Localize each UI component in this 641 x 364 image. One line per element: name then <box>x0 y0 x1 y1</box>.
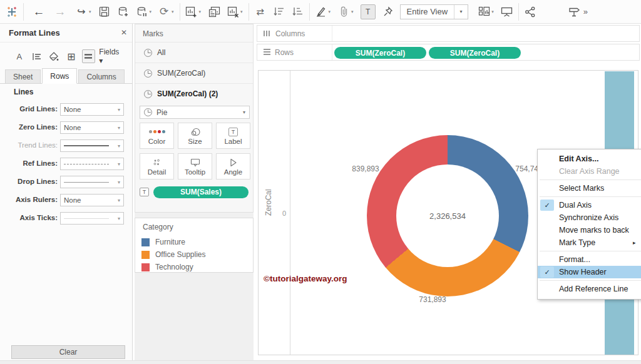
menu-item-edit-axis[interactable]: Edit Axis... <box>538 153 641 165</box>
shading-icon[interactable] <box>47 49 61 63</box>
axis-ticks-label: Axis Ticks: <box>0 214 58 221</box>
menu-item-move-marks-to-back[interactable]: Move marks to back <box>538 224 641 236</box>
ref-lines-dropdown[interactable]: ▾ <box>60 158 124 170</box>
pause-caret-icon[interactable]: ▾ <box>150 9 152 14</box>
refresh-icon[interactable]: ⟳ <box>157 4 171 20</box>
mark-type-dropdown[interactable]: Pie ▾ <box>140 106 250 119</box>
alignment-icon[interactable] <box>30 49 44 63</box>
close-icon[interactable]: ✕ <box>121 28 127 37</box>
submenu-arrow-icon: ▸ <box>633 236 636 249</box>
angle-button[interactable]: Angle <box>216 153 250 179</box>
marks-card-zerocal2[interactable]: SUM(ZeroCal) (2) <box>135 83 253 104</box>
menu-item-select-marks[interactable]: Select Marks <box>538 182 641 195</box>
axis-rulers-dropdown[interactable]: None ▾ <box>60 194 124 206</box>
menu-item-clear-axis-range: Clear Axis Range <box>538 165 641 178</box>
chevron-down-icon: ▾ <box>118 125 120 131</box>
grid-lines-dropdown[interactable]: None ▾ <box>60 103 124 116</box>
zero-lines-dropdown[interactable]: None ▾ <box>60 121 124 134</box>
technology-swatch <box>141 263 150 271</box>
show-mark-labels-icon[interactable]: T <box>361 4 376 19</box>
format-lines-panel: Format Lines ✕ A ⊞ Fields <box>0 24 133 364</box>
menu-item-dual-axis[interactable]: ✓ Dual Axis <box>538 199 641 211</box>
mark-type-value: Pie <box>156 108 167 117</box>
marks-card-zerocal-label: SUM(ZeroCal) <box>157 69 205 78</box>
checkmark-icon: ✓ <box>540 200 554 211</box>
tab-sheet[interactable]: Sheet <box>5 69 41 83</box>
columns-shelf[interactable]: Columns <box>257 25 640 42</box>
undo-redo-icon[interactable]: ↪ <box>74 4 88 20</box>
toolbar-separator <box>309 3 310 21</box>
share-icon[interactable] <box>523 4 537 20</box>
refresh-caret-icon[interactable]: ▾ <box>172 9 174 14</box>
menu-item-format[interactable]: Format... <box>538 253 641 266</box>
rows-pill-zerocal-2[interactable]: SUM(ZeroCal) <box>429 47 521 59</box>
legend-item-office-supplies[interactable]: Office Supplies <box>141 250 206 260</box>
fit-mode-caret-icon[interactable]: ▾ <box>454 5 468 19</box>
toolbar-overflow-icon[interactable]: » <box>583 7 588 16</box>
forward-icon[interactable]: → <box>53 4 67 20</box>
sort-descending-icon[interactable] <box>291 4 305 20</box>
lines-section-title: Lines <box>14 88 33 96</box>
menu-item-show-header[interactable]: ✓ Show Header <box>538 266 641 278</box>
new-worksheet-icon[interactable] <box>185 4 198 20</box>
pie-mark-icon <box>144 49 152 57</box>
rows-shelf[interactable]: Rows SUM(ZeroCal) SUM(ZeroCal) <box>257 44 640 61</box>
save-icon[interactable] <box>98 4 111 20</box>
borders-icon[interactable]: ⊞ <box>64 49 78 63</box>
lines-icon[interactable] <box>82 49 96 63</box>
office-supplies-swatch <box>141 251 150 259</box>
paperclip-caret-icon[interactable]: ▾ <box>351 9 354 14</box>
duplicate-sheet-icon[interactable] <box>207 4 221 20</box>
cards-caret-icon[interactable]: ▾ <box>491 9 494 14</box>
add-data-source-icon[interactable] <box>116 4 130 20</box>
legend-item-technology[interactable]: Technology <box>141 262 193 272</box>
tab-rows[interactable]: Rows <box>42 68 77 84</box>
new-worksheet-caret-icon[interactable]: ▾ <box>199 9 202 14</box>
highlight-caret-icon[interactable]: ▾ <box>329 9 331 14</box>
highlight-pen-icon[interactable] <box>314 4 328 20</box>
menu-item-synchronize-axis[interactable]: Synchronize Axis <box>538 211 641 224</box>
show-hide-cards-icon[interactable] <box>477 4 491 20</box>
category-legend: Category Furniture Office Supplies Techn… <box>135 218 254 273</box>
technology-slice-label: 839,893 <box>352 164 379 173</box>
sort-ascending-icon[interactable] <box>272 4 286 20</box>
tooltip-button[interactable]: Tooltip <box>178 153 212 179</box>
menu-item-add-reference-line[interactable]: Add Reference Line <box>538 283 641 295</box>
pin-icon[interactable] <box>381 4 395 20</box>
undo-caret-icon[interactable]: ▾ <box>89 9 91 14</box>
marks-card-zerocal2-label: SUM(ZeroCal) (2) <box>157 89 218 98</box>
show-me-signpost-icon[interactable] <box>567 4 581 20</box>
axis-line <box>290 71 290 355</box>
size-button[interactable]: Size <box>178 123 212 149</box>
presentation-mode-icon[interactable] <box>500 4 514 20</box>
color-button[interactable]: Color <box>140 123 174 149</box>
trend-lines-dropdown[interactable]: ▾ <box>60 139 124 152</box>
zero-lines-value: None <box>64 124 81 131</box>
paperclip-icon[interactable] <box>337 4 351 20</box>
sum-sales-pill[interactable]: SUM(Sales) <box>153 186 249 198</box>
status-strip <box>0 360 641 364</box>
detail-button[interactable]: Detail <box>140 153 174 179</box>
font-format-icon[interactable]: A <box>13 49 26 63</box>
marks-card-all[interactable]: All <box>135 42 253 63</box>
label-button[interactable]: T Label <box>216 123 250 149</box>
clear-sheet-icon[interactable] <box>226 4 240 20</box>
y-axis-title[interactable]: ZeroCal <box>264 203 273 216</box>
menu-item-mark-type[interactable]: Mark Type ▸ <box>538 236 641 249</box>
tab-columns[interactable]: Columns <box>78 69 124 83</box>
marks-card-zerocal[interactable]: SUM(ZeroCal) <box>135 63 253 83</box>
fit-mode-select[interactable]: Entire View ▾ <box>400 4 469 19</box>
drop-lines-dropdown[interactable]: ▾ <box>60 176 124 188</box>
back-icon[interactable]: ← <box>32 4 46 20</box>
toolbar-separator <box>180 3 180 21</box>
axis-ticks-dropdown[interactable]: ▾ <box>60 212 124 225</box>
donut-chart[interactable]: 2,326,534 <box>367 135 528 296</box>
legend-item-furniture[interactable]: Furniture <box>141 237 185 247</box>
clear-sheet-caret-icon[interactable]: ▾ <box>240 9 243 14</box>
rows-pill-zerocal-1[interactable]: SUM(ZeroCal) <box>334 47 426 59</box>
fields-dropdown[interactable]: Fields ▾ <box>99 48 125 65</box>
swap-rows-columns-icon[interactable]: ⇄ <box>254 4 267 20</box>
marks-card-all-label: All <box>157 48 165 57</box>
pause-auto-updates-icon[interactable] <box>135 4 149 20</box>
clear-button[interactable]: Clear <box>11 345 125 359</box>
